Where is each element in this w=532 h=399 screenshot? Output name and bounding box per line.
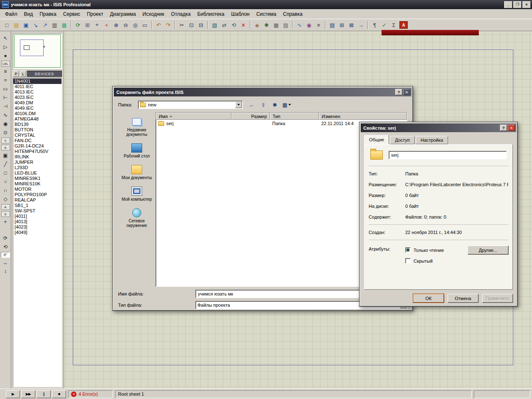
close-button[interactable]: × xyxy=(522,1,531,8)
terminal-tool[interactable]: ⊢ xyxy=(1,94,10,101)
device-item[interactable]: 4049.IEC xyxy=(13,106,62,111)
packaging-tool-button[interactable]: ▩ xyxy=(271,20,281,30)
pick-parts-button[interactable]: ◈ xyxy=(252,20,262,30)
device-item[interactable]: L293D xyxy=(13,165,62,170)
toggle-grid-button[interactable]: ⊞ xyxy=(83,20,92,30)
menu-item-4[interactable]: Сервис xyxy=(60,10,84,18)
device-item[interactable]: [4013] xyxy=(13,219,62,224)
help-icon[interactable]: ? xyxy=(395,89,402,95)
box-tool[interactable]: □ xyxy=(1,169,10,177)
pause-button[interactable]: ∥ xyxy=(37,390,51,398)
export-section-button[interactable]: ↗ xyxy=(40,20,50,30)
readonly-checkbox[interactable] xyxy=(405,247,411,253)
save-design-button[interactable]: ▣ xyxy=(21,20,31,30)
tape-recorder-tool[interactable]: ◉ xyxy=(1,120,10,128)
netlist-compiler-button[interactable]: Σ xyxy=(389,20,399,30)
zoom-in-button[interactable]: ⊕ xyxy=(111,20,121,30)
new-sheet-button[interactable]: ⊞ xyxy=(337,20,347,30)
component-tool[interactable]: ▷ xyxy=(1,43,10,51)
block-delete-button[interactable]: ✕ xyxy=(239,20,248,30)
device-item[interactable]: MOTOR xyxy=(13,187,62,192)
close-icon[interactable]: × xyxy=(403,89,410,95)
remove-sheet-button[interactable]: ⊠ xyxy=(347,20,356,30)
mark-output-area-button[interactable]: ▦ xyxy=(59,20,69,30)
device-item[interactable]: 1N4001 xyxy=(13,79,62,84)
arc-tool[interactable]: ∩ xyxy=(1,187,10,194)
place-recent-documents[interactable]: Недавние документы xyxy=(120,117,154,137)
schematic-overview[interactable]: + xyxy=(13,33,62,69)
cut-button[interactable]: ✂ xyxy=(177,20,187,30)
library-manager-button[interactable]: L xyxy=(20,71,26,77)
minimize-button[interactable]: _ xyxy=(504,1,512,8)
block-rotate-button[interactable]: ⟲ xyxy=(229,20,239,30)
tab-3[interactable]: Настройка xyxy=(416,136,448,144)
device-pin-tool[interactable]: ⊣ xyxy=(1,103,10,110)
redraw-button[interactable]: ⟳ xyxy=(73,20,83,30)
undo-button[interactable]: ↶ xyxy=(154,20,163,30)
save-dialog-title-bar[interactable]: Сохранить файл проекта ISIS ? × xyxy=(114,88,411,96)
device-item[interactable]: IRLINK xyxy=(13,154,62,160)
column-header-1[interactable]: Имя xyxy=(156,113,232,120)
folder-combobox[interactable]: new xyxy=(138,101,243,109)
bus-tool[interactable]: = xyxy=(1,76,10,84)
new-folder-button[interactable]: ✱ xyxy=(270,101,280,109)
menu-item-8[interactable]: Отладка xyxy=(167,10,194,18)
device-item[interactable]: POLYPRO100P xyxy=(13,192,62,197)
device-item[interactable]: MINRES9K1 xyxy=(13,176,62,181)
redo-button[interactable]: ↷ xyxy=(163,20,173,30)
device-item[interactable]: REALCAP xyxy=(13,197,62,203)
menu-item-7[interactable]: Исходник xyxy=(139,10,167,18)
symbol-tool[interactable]: S xyxy=(1,211,10,217)
device-item[interactable]: 4023.IEC xyxy=(13,95,62,100)
make-device-button[interactable]: ✱ xyxy=(262,20,271,30)
device-item[interactable]: HITEMP47U50V xyxy=(13,149,62,154)
menu-item-10[interactable]: Шаблон xyxy=(228,10,253,18)
step-button[interactable]: ▶▶ xyxy=(21,390,35,398)
column-header-4[interactable]: Изменен xyxy=(319,113,407,120)
goto-sheet-button[interactable]: → xyxy=(356,20,366,30)
help-icon[interactable]: ? xyxy=(500,125,507,131)
block-copy-button[interactable]: ▧ xyxy=(210,20,219,30)
print-button[interactable]: ▥ xyxy=(50,20,59,30)
line-tool[interactable]: ╱ xyxy=(1,160,10,168)
import-section-button[interactable]: ↘ xyxy=(31,20,40,30)
generator-tool[interactable]: ⊙ xyxy=(1,129,10,136)
device-item[interactable]: CRYSTAL xyxy=(13,133,62,138)
rotate-anticlockwise[interactable]: ⟲ xyxy=(1,243,10,251)
menu-item-3[interactable]: Правка xyxy=(36,10,60,18)
column-header-3[interactable]: Тип xyxy=(270,113,319,120)
pick-devices-button[interactable]: P xyxy=(13,71,19,77)
device-item[interactable]: ATMEGA48 xyxy=(13,116,62,122)
block-move-button[interactable]: ⇄ xyxy=(219,20,229,30)
selection-tool[interactable]: ↖ xyxy=(1,34,10,42)
device-item[interactable]: BUTTON xyxy=(13,127,62,133)
current-probe-tool[interactable]: A xyxy=(1,145,10,150)
text-script-tool[interactable]: ≡ xyxy=(1,68,10,75)
menu-item-6[interactable]: Диаграмма xyxy=(106,10,139,18)
restore-button[interactable]: ❐ xyxy=(513,1,522,8)
menu-item-5[interactable]: Проект xyxy=(84,10,107,18)
false-origin-button[interactable]: ⌖ xyxy=(92,20,102,30)
new-design-button[interactable]: □ xyxy=(2,20,12,30)
center-at-cursor-button[interactable]: + xyxy=(102,20,111,30)
design-explorer-button[interactable]: ▤ xyxy=(328,20,337,30)
decompose-button[interactable]: ▨ xyxy=(281,20,291,30)
device-item[interactable]: 4013.IEC xyxy=(13,89,62,95)
menu-item-2[interactable]: Вид xyxy=(21,10,37,18)
electrical-rule-check-button[interactable]: ✓ xyxy=(379,20,389,30)
folder-name-input[interactable]: serj xyxy=(389,151,507,159)
device-item[interactable]: BD139 xyxy=(13,122,62,127)
cancel-button[interactable]: Отмена xyxy=(448,294,478,303)
wire-label-tool[interactable]: LBL xyxy=(1,61,10,66)
place-my-computer[interactable]: Мой компьютер xyxy=(120,187,154,202)
device-item[interactable]: MINRES10K xyxy=(13,181,62,187)
play-button[interactable]: ▶ xyxy=(6,390,20,398)
other-attributes-button[interactable]: Другие... xyxy=(468,246,508,254)
stop-button[interactable]: ■ xyxy=(52,390,66,398)
device-item[interactable]: [4049] xyxy=(13,230,62,235)
device-item[interactable]: SB1_1 xyxy=(13,203,62,208)
rotate-clockwise[interactable]: ⟳ xyxy=(1,234,10,242)
device-item[interactable]: G2R-14-DC24 xyxy=(13,143,62,149)
marker-tool[interactable]: + xyxy=(1,218,10,226)
device-item[interactable]: 4011.IEC xyxy=(13,84,62,89)
